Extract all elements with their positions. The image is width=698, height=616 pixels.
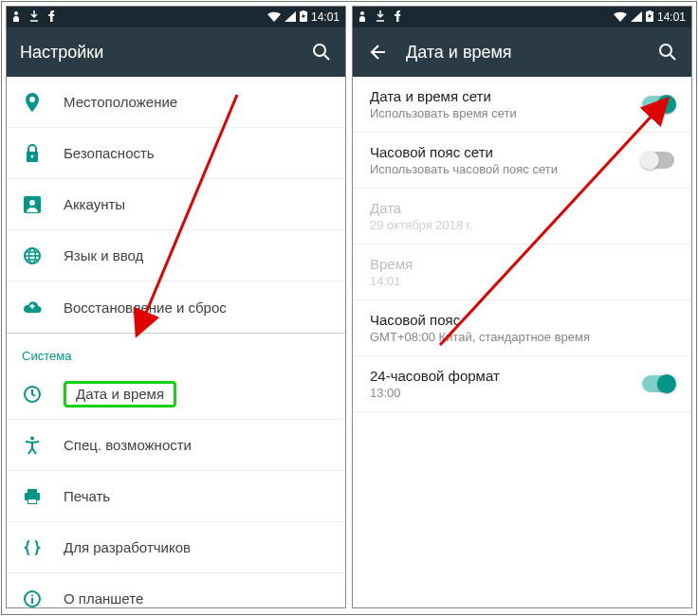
statusbar: 14:01 — [7, 7, 345, 27]
setting-subtitle: Использовать часовой пояс сети — [370, 162, 631, 176]
list-label: Спец. возможности — [64, 437, 192, 453]
list-label: Безопасность — [64, 145, 155, 161]
list-item-datetime[interactable]: Дата и время — [7, 369, 345, 420]
statusbar: 14:01 — [353, 7, 691, 27]
highlight-box: Дата и время — [64, 381, 176, 408]
person-icon — [12, 10, 20, 24]
accessibility-icon — [22, 436, 43, 455]
setting-network-timezone[interactable]: Часовой пояс сети Использовать часовой п… — [353, 133, 691, 189]
signal-icon — [285, 11, 296, 24]
appbar: Дата и время — [353, 27, 691, 77]
setting-subtitle: 29 октября 2018 г. — [370, 218, 674, 232]
list-label: Местоположение — [64, 94, 177, 110]
list-item-about[interactable]: О планшете — [7, 573, 345, 607]
battery-icon — [300, 10, 307, 24]
appbar: Настройки — [7, 27, 345, 77]
info-icon — [22, 590, 43, 607]
list-item-accessibility[interactable]: Спец. возможности — [7, 420, 345, 471]
search-icon[interactable] — [657, 42, 678, 63]
setting-title: Время — [370, 256, 674, 272]
download-icon — [29, 10, 39, 24]
svg-point-5 — [31, 154, 34, 157]
setting-subtitle: 14:01 — [370, 274, 674, 288]
setting-subtitle: 13:00 — [370, 386, 631, 400]
wifi-icon — [614, 11, 627, 24]
list-label: О планшете — [64, 590, 143, 607]
status-time: 14:01 — [311, 10, 340, 24]
list-item-developer[interactable]: Для разработчиков — [7, 522, 345, 573]
svg-rect-2 — [302, 10, 304, 12]
svg-point-21 — [660, 45, 671, 56]
phone-right: 14:01 Дата и время Дата и время сети Исп… — [352, 6, 692, 608]
location-icon — [22, 93, 43, 112]
facebook-icon — [395, 10, 402, 24]
setting-network-datetime[interactable]: Дата и время сети Использовать время сет… — [353, 77, 691, 133]
person-icon — [358, 10, 366, 24]
list-label: Печать — [64, 488, 110, 504]
setting-24h-format[interactable]: 24-часовой формат 13:00 — [353, 356, 691, 412]
clock-icon — [22, 386, 43, 403]
setting-title: Часовой пояс — [370, 312, 674, 328]
list-item-language[interactable]: Язык и ввод — [7, 230, 345, 281]
list-label: Язык и ввод — [64, 247, 143, 263]
list-item-backup[interactable]: Восстановление и сброс — [7, 281, 345, 333]
list-item-accounts[interactable]: Аккаунты — [7, 179, 345, 230]
page-title: Дата и время — [406, 43, 638, 63]
list-item-security[interactable]: Безопасность — [7, 128, 345, 179]
svg-point-3 — [314, 45, 325, 56]
setting-title: Часовой пояс сети — [370, 144, 631, 160]
list-label: Дата и время — [76, 386, 164, 402]
setting-title: Дата — [370, 200, 674, 216]
list-item-location[interactable]: Местоположение — [7, 77, 345, 128]
facebook-icon — [48, 10, 56, 24]
list-label: Аккаунты — [64, 196, 125, 212]
status-time: 14:01 — [657, 10, 686, 24]
setting-subtitle: Использовать время сети — [370, 106, 631, 120]
setting-title: Дата и время сети — [370, 88, 631, 104]
setting-subtitle: GMT+08:00 Китай, стандартное время — [370, 330, 674, 344]
setting-timezone[interactable]: Часовой пояс GMT+08:00 Китай, стандартно… — [353, 300, 691, 356]
backup-icon — [22, 300, 43, 314]
setting-time: Время 14:01 — [353, 245, 691, 300]
svg-point-7 — [29, 200, 35, 206]
svg-point-17 — [31, 594, 33, 596]
back-icon[interactable] — [366, 42, 387, 63]
download-icon — [376, 10, 385, 24]
phone-left: 14:01 Настройки Местоположение Безопасно… — [6, 6, 346, 608]
list-label: Для разработчиков — [64, 539, 191, 555]
search-icon[interactable] — [311, 42, 332, 63]
account-icon — [22, 196, 43, 213]
lock-icon — [22, 144, 43, 163]
toggle-network-datetime[interactable] — [642, 96, 674, 113]
wifi-icon — [267, 11, 281, 24]
svg-point-11 — [30, 436, 34, 440]
svg-rect-15 — [28, 499, 36, 503]
globe-icon — [22, 247, 43, 264]
list-item-print[interactable]: Печать — [7, 471, 345, 522]
print-icon — [22, 488, 43, 505]
battery-icon — [646, 10, 653, 24]
setting-title: 24-часовой формат — [370, 368, 631, 384]
svg-rect-12 — [28, 489, 37, 493]
toggle-network-timezone[interactable] — [642, 152, 674, 169]
section-header: Система — [7, 333, 345, 369]
toggle-24h-format[interactable] — [642, 375, 674, 392]
svg-rect-20 — [648, 10, 651, 12]
braces-icon — [22, 540, 43, 555]
list-label: Восстановление и сброс — [64, 299, 227, 316]
setting-date: Дата 29 октября 2018 г. — [353, 189, 691, 245]
svg-point-18 — [360, 11, 364, 15]
signal-icon — [631, 11, 642, 24]
svg-point-0 — [14, 11, 18, 15]
page-title: Настройки — [20, 43, 292, 63]
